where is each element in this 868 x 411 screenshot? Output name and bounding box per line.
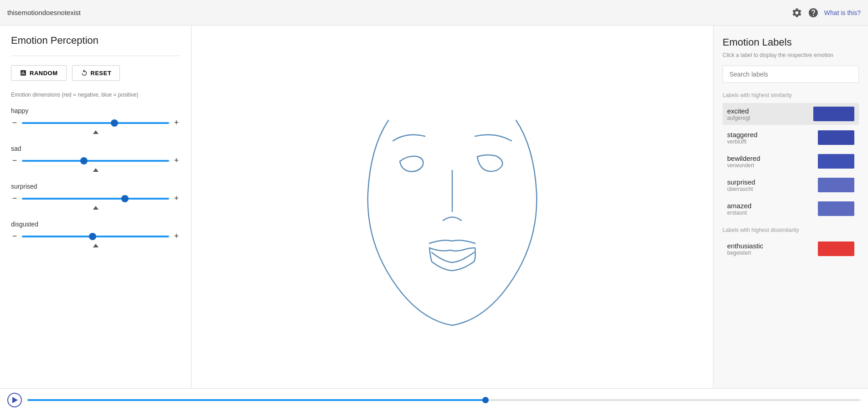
- label-text-block-surprised: surprised überrascht: [727, 178, 755, 192]
- button-row: RANDOM RESET: [11, 65, 180, 81]
- slider-plus-happy[interactable]: +: [173, 118, 180, 128]
- slider-plus-surprised[interactable]: +: [173, 194, 180, 203]
- slider-thumb-happy[interactable]: [111, 119, 118, 127]
- progress-thumb[interactable]: [482, 397, 489, 403]
- play-button[interactable]: [7, 393, 22, 407]
- right-panel: Emotion Labels Click a label to display …: [713, 26, 868, 388]
- slider-track-happy[interactable]: [22, 122, 169, 124]
- panel-divider: [11, 56, 180, 56]
- bottom-bar: [0, 388, 868, 411]
- dimension-info: Emotion dimensions (red = negative, blue…: [11, 92, 180, 98]
- similarity-section-header: Labels with highest similarity: [723, 92, 859, 98]
- label-bar-staggered: [818, 130, 854, 145]
- slider-row-sad: − +: [11, 156, 180, 165]
- label-translation-staggered: verblüfft: [727, 139, 758, 145]
- app-title: thisemotiondoesnotexist: [7, 9, 81, 16]
- search-input[interactable]: [723, 66, 859, 83]
- label-name-amazed: amazed: [727, 202, 751, 210]
- slider-track-sad[interactable]: [22, 160, 169, 162]
- slider-plus-disgusted[interactable]: +: [173, 231, 180, 241]
- face-drawing: [334, 66, 571, 348]
- label-name-enthusiastic: enthusiastic: [727, 242, 763, 250]
- center-panel: [191, 26, 713, 388]
- label-name-bewildered: bewildered: [727, 154, 760, 162]
- label-name-excited: excited: [727, 107, 750, 115]
- label-translation-bewildered: verwundert: [727, 162, 760, 169]
- help-icon[interactable]: [808, 7, 819, 18]
- random-icon: [20, 69, 27, 77]
- slider-label-happy: happy: [11, 107, 180, 114]
- slider-collapse-surprised[interactable]: [11, 206, 180, 210]
- label-translation-surprised: überrascht: [727, 186, 755, 192]
- random-button[interactable]: RANDOM: [11, 65, 67, 81]
- list-item[interactable]: bewildered verwundert: [723, 150, 859, 172]
- play-icon: [12, 397, 18, 403]
- emotion-labels-subtitle: Click a label to display the respective …: [723, 52, 859, 58]
- label-text-block-amazed: amazed erstaunt: [727, 202, 751, 216]
- slider-row-disgusted: − +: [11, 231, 180, 241]
- label-text-block-staggered: staggered verblüfft: [727, 131, 758, 145]
- slider-track-surprised[interactable]: [22, 198, 169, 200]
- label-text-block-enthusiastic: enthusiastic begeistert: [727, 242, 763, 256]
- slider-row-happy: − +: [11, 118, 180, 128]
- main-layout: Emotion Perception RANDOM RESET Emotion …: [0, 26, 868, 388]
- slider-row-surprised: − +: [11, 194, 180, 203]
- label-bar-amazed: [818, 201, 854, 216]
- slider-group-happy: happy − +: [11, 107, 180, 134]
- label-translation-amazed: erstaunt: [727, 210, 751, 216]
- label-name-staggered: staggered: [727, 131, 758, 139]
- slider-track-disgusted[interactable]: [22, 236, 169, 237]
- panel-title: Emotion Perception: [11, 35, 180, 46]
- topbar-right: What is this?: [791, 7, 861, 18]
- slider-group-surprised: surprised − +: [11, 183, 180, 210]
- progress-fill: [27, 399, 486, 401]
- reset-icon: [81, 69, 88, 77]
- what-is-this-link[interactable]: What is this?: [824, 9, 861, 16]
- slider-minus-happy[interactable]: −: [11, 118, 18, 128]
- label-bar-bewildered: [818, 154, 854, 169]
- slider-label-sad: sad: [11, 145, 180, 152]
- slider-thumb-sad[interactable]: [80, 157, 88, 164]
- label-bar-excited: [813, 107, 854, 121]
- label-bar-surprised: [818, 178, 854, 192]
- label-text-block-excited: excited aufgeregt: [727, 107, 750, 121]
- list-item[interactable]: amazed erstaunt: [723, 198, 859, 220]
- slider-label-surprised: surprised: [11, 183, 180, 190]
- list-item[interactable]: staggered verblüfft: [723, 127, 859, 149]
- dissimilarity-section-header: Labels with highest dissimilarity: [723, 227, 859, 233]
- reset-button[interactable]: RESET: [72, 65, 120, 81]
- progress-track[interactable]: [27, 399, 861, 401]
- label-translation-excited: aufgeregt: [727, 115, 750, 121]
- slider-group-sad: sad − +: [11, 145, 180, 172]
- gear-icon[interactable]: [791, 7, 802, 18]
- slider-thumb-disgusted[interactable]: [89, 233, 96, 240]
- label-text-block-bewildered: bewildered verwundert: [727, 154, 760, 169]
- slider-minus-sad[interactable]: −: [11, 156, 18, 165]
- slider-minus-disgusted[interactable]: −: [11, 231, 18, 241]
- list-item[interactable]: enthusiastic begeistert: [723, 238, 859, 260]
- slider-collapse-sad[interactable]: [11, 168, 180, 172]
- emotion-labels-title: Emotion Labels: [723, 36, 859, 48]
- slider-group-disgusted: disgusted − +: [11, 221, 180, 247]
- label-translation-enthusiastic: begeistert: [727, 250, 763, 256]
- left-panel-inner: Emotion Perception RANDOM RESET Emotion …: [0, 26, 191, 388]
- slider-collapse-disgusted[interactable]: [11, 244, 180, 247]
- list-item[interactable]: excited aufgeregt: [723, 103, 859, 125]
- slider-label-disgusted: disgusted: [11, 221, 180, 228]
- label-name-surprised: surprised: [727, 178, 755, 186]
- list-item[interactable]: surprised überrascht: [723, 174, 859, 196]
- slider-minus-surprised[interactable]: −: [11, 194, 18, 203]
- slider-thumb-surprised[interactable]: [121, 195, 129, 202]
- slider-collapse-happy[interactable]: [11, 130, 180, 134]
- label-bar-enthusiastic: [818, 241, 854, 256]
- left-panel: Emotion Perception RANDOM RESET Emotion …: [0, 26, 191, 388]
- slider-plus-sad[interactable]: +: [173, 156, 180, 165]
- topbar: thisemotiondoesnotexist What is this?: [0, 0, 868, 26]
